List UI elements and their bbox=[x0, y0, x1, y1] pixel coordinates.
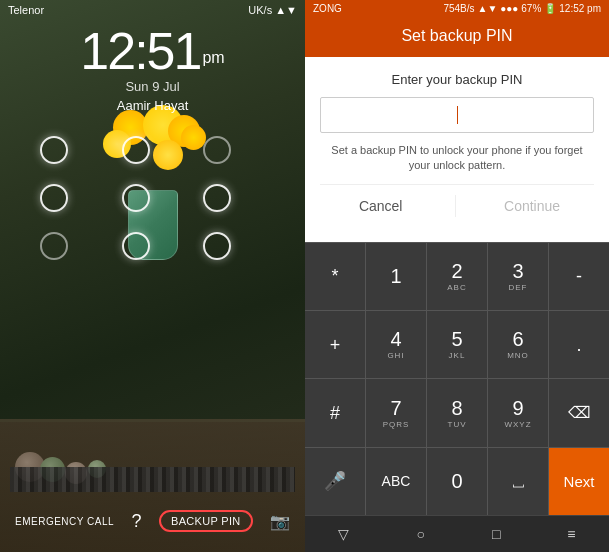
question-icon[interactable]: ? bbox=[132, 511, 142, 532]
keypad-row-1: * 1 2ABC 3DEF - bbox=[305, 242, 609, 310]
status-time: 12:52 pm bbox=[559, 3, 601, 14]
lock-network-icons: UK/s ▲▼ bbox=[248, 4, 297, 16]
key-plus[interactable]: + bbox=[305, 311, 366, 378]
status-signal: ▲▼ ●●● bbox=[478, 3, 519, 14]
key-asterisk[interactable]: * bbox=[305, 243, 366, 310]
pattern-dot-6[interactable] bbox=[203, 184, 231, 212]
table-surface bbox=[0, 419, 305, 422]
button-divider bbox=[455, 195, 456, 217]
key-minus[interactable]: - bbox=[549, 243, 609, 310]
pattern-dot-5[interactable] bbox=[122, 184, 150, 212]
lock-hour: 12:51 bbox=[80, 22, 200, 80]
dialog-title-bar: Set backup PIN bbox=[305, 17, 609, 57]
next-button[interactable]: Next bbox=[549, 448, 609, 515]
key-0[interactable]: 0 bbox=[427, 448, 488, 515]
dialog-content: Enter your backup PIN Set a backup PIN t… bbox=[305, 57, 609, 242]
camera-icon[interactable]: 📷 bbox=[270, 512, 290, 531]
lock-ampm: pm bbox=[202, 49, 224, 66]
stripe-cloth bbox=[10, 467, 295, 492]
nav-recents-icon[interactable]: □ bbox=[482, 522, 510, 546]
key-abc[interactable]: ABC bbox=[366, 448, 427, 515]
nav-back-icon[interactable]: ▽ bbox=[328, 522, 359, 546]
dialog-instruction: Enter your backup PIN bbox=[320, 72, 594, 87]
key-6[interactable]: 6MNO bbox=[488, 311, 549, 378]
emergency-call-label[interactable]: EMERGENCY CALL bbox=[15, 516, 114, 527]
key-3[interactable]: 3DEF bbox=[488, 243, 549, 310]
status-carrier-zong: ZONG bbox=[313, 3, 342, 14]
status-right-icons: 754B/s ▲▼ ●●● 67%🔋 12:52 pm bbox=[443, 3, 601, 14]
key-7[interactable]: 7PQRS bbox=[366, 379, 427, 446]
status-speed: 754B/s bbox=[443, 3, 474, 14]
pattern-dot-3[interactable] bbox=[203, 136, 231, 164]
key-dot[interactable]: . bbox=[549, 311, 609, 378]
decorative-objects bbox=[10, 432, 295, 492]
dialog-hint: Set a backup PIN to unlock your phone if… bbox=[320, 143, 594, 174]
keypad-row-2: + 4GHI 5JKL 6MNO . bbox=[305, 310, 609, 378]
pattern-dot-7[interactable] bbox=[40, 232, 68, 260]
navigation-bar: ▽ ○ □ ≡ bbox=[305, 515, 609, 552]
right-panel: ZONG 754B/s ▲▼ ●●● 67%🔋 12:52 pm Set bac… bbox=[305, 0, 609, 552]
pattern-grid[interactable] bbox=[0, 121, 305, 275]
pattern-dot-1[interactable] bbox=[40, 136, 68, 164]
nav-home-icon[interactable]: ○ bbox=[406, 522, 434, 546]
lock-time-display: 12:51pm Sun 9 Jul bbox=[0, 25, 305, 94]
key-mic[interactable]: 🎤 bbox=[305, 448, 366, 515]
dialog-buttons: Cancel Continue bbox=[320, 184, 594, 232]
key-backspace[interactable]: ⌫ bbox=[549, 379, 609, 446]
nav-menu-icon[interactable]: ≡ bbox=[557, 522, 585, 546]
pattern-dot-9[interactable] bbox=[203, 232, 231, 260]
numeric-keypad: * 1 2ABC 3DEF - + 4GHI 5JKL 6MNO . # 7PQ… bbox=[305, 242, 609, 515]
dialog-title: Set backup PIN bbox=[401, 27, 512, 44]
lock-screen: Telenor UK/s ▲▼ 12:51pm Sun 9 Jul Aamir … bbox=[0, 0, 305, 552]
status-battery: 67% bbox=[521, 3, 541, 14]
lock-carrier: Telenor bbox=[8, 4, 44, 16]
key-4[interactable]: 4GHI bbox=[366, 311, 427, 378]
continue-button[interactable]: Continue bbox=[484, 190, 580, 222]
lock-bottom-bar: EMERGENCY CALL ? BACKUP PIN 📷 bbox=[0, 500, 305, 552]
lock-date: Sun 9 Jul bbox=[0, 79, 305, 94]
key-space[interactable]: ⎵ bbox=[488, 448, 549, 515]
key-2[interactable]: 2ABC bbox=[427, 243, 488, 310]
key-hash[interactable]: # bbox=[305, 379, 366, 446]
lock-status-bar: Telenor UK/s ▲▼ bbox=[0, 0, 305, 20]
pin-input[interactable] bbox=[320, 97, 594, 133]
keypad-row-3: # 7PQRS 8TUV 9WXYZ ⌫ bbox=[305, 378, 609, 446]
pin-cursor bbox=[457, 106, 458, 124]
phone-status-bar: ZONG 754B/s ▲▼ ●●● 67%🔋 12:52 pm bbox=[305, 0, 609, 17]
key-9[interactable]: 9WXYZ bbox=[488, 379, 549, 446]
pattern-dot-4[interactable] bbox=[40, 184, 68, 212]
key-5[interactable]: 5JKL bbox=[427, 311, 488, 378]
cancel-button[interactable]: Cancel bbox=[334, 190, 428, 222]
backup-pin-button[interactable]: BACKUP PIN bbox=[159, 510, 252, 532]
key-1[interactable]: 1 bbox=[366, 243, 427, 310]
pattern-dot-8[interactable] bbox=[122, 232, 150, 260]
lock-user-name: Aamir Hayat bbox=[0, 98, 305, 113]
key-8[interactable]: 8TUV bbox=[427, 379, 488, 446]
keypad-row-4: 🎤 ABC 0 ⎵ Next bbox=[305, 447, 609, 515]
pattern-dot-2[interactable] bbox=[122, 136, 150, 164]
